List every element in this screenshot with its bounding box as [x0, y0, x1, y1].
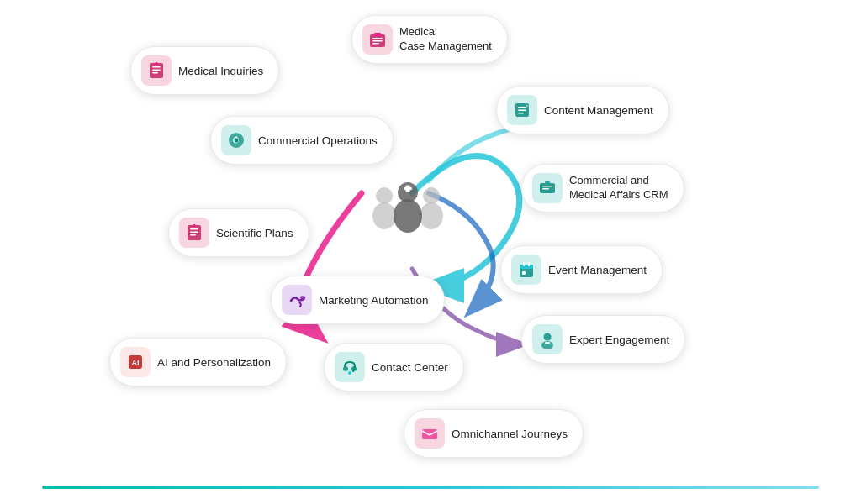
medical-inquiries-label: Medical Inquiries — [178, 65, 263, 77]
svg-rect-36 — [528, 262, 530, 266]
marketing-automation-icon — [282, 285, 312, 315]
svg-point-44 — [343, 366, 348, 371]
svg-point-5 — [394, 199, 422, 233]
svg-rect-41 — [545, 342, 550, 344]
card-contact-center: Contact Center — [324, 343, 464, 391]
expert-engagement-label: Expert Engagement — [569, 333, 669, 346]
event-management-label: Event Management — [548, 264, 647, 276]
commercial-operations-icon — [221, 125, 251, 155]
center-people-icon — [362, 164, 454, 256]
svg-point-38 — [300, 296, 305, 301]
card-ai-personalization: AIAI and Personalization — [109, 338, 287, 386]
card-scientific-plans: Scientific Plans — [168, 208, 309, 257]
svg-rect-16 — [372, 40, 383, 42]
commercial-operations-label: Commercial Operations — [258, 134, 378, 147]
svg-rect-21 — [518, 113, 524, 114]
card-expert-engagement: Expert Engagement — [521, 315, 685, 364]
svg-point-0 — [376, 187, 393, 204]
omnichannel-journeys-icon — [415, 418, 445, 449]
card-omnichannel-journeys: Omnichannel Journeys — [404, 409, 584, 458]
svg-rect-15 — [372, 38, 383, 39]
card-commercial-operations: Commercial Operations — [210, 116, 394, 165]
svg-rect-35 — [523, 262, 525, 266]
content-management-icon — [507, 95, 537, 125]
svg-point-45 — [351, 366, 357, 371]
svg-rect-27 — [545, 181, 550, 184]
svg-point-39 — [544, 333, 552, 341]
card-commercial-medical-crm: Commercial andMedical Affairs CRM — [521, 164, 684, 213]
svg-rect-47 — [422, 429, 437, 439]
commercial-medical-crm-label: Commercial andMedical Affairs CRM — [569, 174, 668, 202]
svg-rect-19 — [518, 107, 526, 108]
svg-rect-9 — [152, 66, 161, 68]
card-content-management: Content Management — [496, 86, 669, 134]
svg-rect-14 — [374, 33, 381, 36]
svg-rect-31 — [190, 234, 196, 236]
svg-point-1 — [372, 202, 396, 229]
svg-rect-11 — [152, 72, 158, 74]
card-marketing-automation: Marketing Automation — [271, 276, 445, 324]
svg-rect-25 — [542, 186, 552, 187]
svg-rect-10 — [152, 70, 161, 71]
svg-rect-26 — [542, 188, 549, 190]
svg-point-23 — [235, 139, 239, 143]
bottom-line — [42, 486, 819, 489]
diagram-container: Medical InquiriesMedicalCase ManagementC… — [0, 0, 861, 496]
svg-point-2 — [423, 187, 440, 204]
expert-engagement-icon — [532, 324, 563, 354]
medical-case-management-label: MedicalCase Management — [399, 25, 492, 54]
svg-text:AI: AI — [132, 359, 140, 367]
svg-rect-17 — [372, 43, 379, 45]
svg-rect-20 — [518, 110, 526, 112]
svg-rect-32 — [193, 224, 196, 227]
event-management-icon — [511, 255, 541, 285]
commercial-medical-crm-icon — [532, 173, 563, 203]
medical-inquiries-icon — [141, 55, 172, 86]
svg-point-46 — [348, 371, 351, 375]
ai-personalization-label: AI and Personalization — [157, 356, 271, 369]
svg-point-3 — [420, 202, 443, 229]
svg-rect-34 — [520, 265, 533, 269]
medical-case-management-icon — [362, 24, 393, 55]
omnichannel-journeys-label: Omnichannel Journeys — [452, 428, 568, 440]
card-event-management: Event Management — [500, 245, 663, 294]
marketing-automation-label: Marketing Automation — [319, 294, 429, 307]
svg-rect-12 — [156, 62, 158, 65]
svg-rect-30 — [190, 232, 198, 234]
scientific-plans-icon — [179, 218, 209, 248]
contact-center-label: Contact Center — [372, 361, 448, 374]
svg-rect-7 — [406, 186, 410, 192]
card-medical-case-management: MedicalCase Management — [351, 15, 508, 64]
svg-rect-29 — [190, 228, 198, 230]
scientific-plans-label: Scientific Plans — [216, 227, 293, 239]
card-medical-inquiries: Medical Inquiries — [130, 46, 279, 95]
svg-rect-37 — [522, 271, 526, 275]
contact-center-icon — [335, 352, 365, 382]
ai-personalization-icon: AI — [120, 347, 151, 377]
content-management-label: Content Management — [544, 104, 653, 117]
